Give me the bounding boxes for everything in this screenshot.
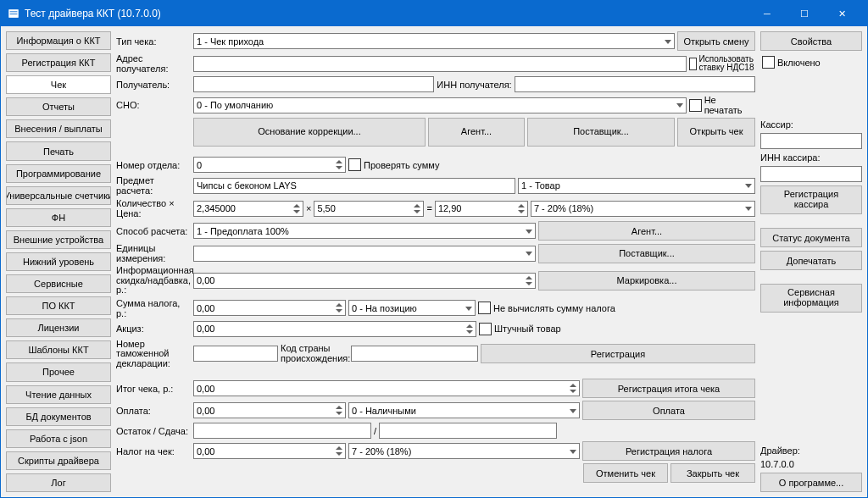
recipient-addr-label: Адрес получателя: — [116, 53, 191, 74]
origin-code-input[interactable] — [351, 346, 478, 362]
units-label: Единицы измерения: — [116, 243, 191, 263]
registration-button[interactable]: Регистрация — [481, 344, 755, 363]
sidebar-item-20[interactable]: Лог — [6, 473, 111, 492]
open-shift-button[interactable]: Открыть смену — [677, 31, 755, 51]
sidebar: Информация о ККТРегистрация ККТЧекОтчеты… — [6, 31, 111, 492]
agent-button[interactable]: Агент... — [428, 118, 525, 147]
sidebar-item-9[interactable]: Внешние устройства — [6, 230, 111, 249]
cancel-check-button[interactable]: Отменить чек — [583, 463, 668, 483]
sidebar-item-14[interactable]: Шаблоны ККТ — [6, 340, 111, 359]
cashier-inn-input[interactable] — [760, 166, 862, 182]
sno-select[interactable]: 0 - По умолчанию — [193, 97, 687, 113]
service-info-button[interactable]: Сервисная информация — [760, 284, 862, 313]
check-sum-checkbox[interactable] — [348, 158, 361, 171]
sidebar-item-19[interactable]: Скрипты драйвера — [6, 451, 111, 470]
sidebar-item-6[interactable]: Программирование — [6, 164, 111, 183]
equals-sign: = — [426, 203, 431, 213]
piece-good-checkbox[interactable] — [479, 323, 492, 335]
print-more-button[interactable]: Допечатать — [760, 251, 862, 270]
check-sum-label: Проверять сумму — [364, 160, 439, 170]
sidebar-item-17[interactable]: БД документов — [6, 407, 111, 426]
sidebar-item-5[interactable]: Печать — [6, 141, 111, 160]
tax-sum-mode-select[interactable]: 0 - На позицию — [348, 300, 476, 316]
close-button[interactable]: ✕ — [823, 1, 860, 26]
tax-on-check-spin[interactable]: 0,00 — [193, 443, 346, 459]
cashier-inn-label: ИНН кассира: — [760, 152, 862, 163]
enabled-label: Включено — [777, 58, 821, 68]
driver-label: Драйвер: — [760, 445, 862, 456]
excise-label: Акциз: — [116, 324, 191, 334]
minimize-button[interactable]: ─ — [748, 1, 786, 26]
units-select[interactable] — [193, 246, 536, 262]
sidebar-item-12[interactable]: ПО ККТ — [6, 296, 111, 315]
pay-method-select[interactable]: 1 - Предоплата 100% — [193, 223, 536, 239]
sidebar-item-10[interactable]: Нижний уровень — [6, 252, 111, 271]
sidebar-item-13[interactable]: Лицензии — [6, 318, 111, 337]
total-spin[interactable]: 12,90 — [435, 201, 528, 217]
about-button[interactable]: О программе... — [760, 473, 862, 492]
marking-button[interactable]: Маркировка... — [538, 271, 755, 290]
supplier-button[interactable]: Поставщик... — [527, 118, 675, 147]
reg-tax-button[interactable]: Регистрация налога — [582, 441, 755, 461]
subject-type-select[interactable]: 1 - Товар — [518, 178, 755, 194]
remainder-left-input[interactable] — [193, 423, 371, 439]
right-panel: Свойства Включено Кассир: ИНН кассира: Р… — [760, 31, 862, 492]
open-check-button[interactable]: Открыть чек — [677, 118, 755, 147]
pay-method-label: Способ расчета: — [116, 226, 191, 236]
no-calc-tax-checkbox[interactable] — [478, 302, 491, 314]
payment-button[interactable]: Оплата — [582, 401, 755, 420]
reg-check-total-button[interactable]: Регистрация итога чека — [582, 379, 755, 398]
sidebar-item-11[interactable]: Сервисные — [6, 274, 111, 293]
info-discount-spin[interactable]: 0,00 — [193, 273, 536, 289]
inn-recipient-input[interactable] — [515, 76, 755, 92]
close-check-button[interactable]: Закрыть чек — [670, 463, 755, 483]
sidebar-item-2[interactable]: Чек — [6, 75, 111, 94]
payment-type-select[interactable]: 0 - Наличными — [348, 402, 580, 418]
enabled-checkbox[interactable] — [762, 56, 775, 69]
customs-no-label: Номер таможенной декларации: — [116, 340, 191, 369]
excise-spin[interactable]: 0,00 — [193, 321, 476, 337]
sidebar-item-4[interactable]: Внесения / выплаты — [6, 119, 111, 138]
doc-status-button[interactable]: Статус документа — [760, 228, 862, 247]
maximize-button[interactable]: ☐ — [786, 1, 823, 26]
svg-rect-1 — [10, 11, 18, 12]
sidebar-item-1[interactable]: Регистрация ККТ — [6, 53, 111, 72]
qty-spin[interactable]: 2,345000 — [193, 201, 303, 217]
sidebar-item-15[interactable]: Прочее — [6, 362, 111, 381]
check-type-select[interactable]: 1 - Чек прихода — [193, 33, 675, 49]
price-spin[interactable]: 5,50 — [314, 201, 424, 217]
recipient-addr-input[interactable] — [193, 56, 687, 72]
origin-code-label: Код страны происхождения: — [281, 344, 348, 363]
qty-price-label: Количество × Цена: — [116, 198, 191, 219]
agent2-button[interactable]: Агент... — [538, 221, 755, 241]
recipient-input[interactable] — [193, 76, 434, 92]
tax-sum-label: Сумма налога, р.: — [116, 298, 191, 318]
dept-no-spin[interactable]: 0 — [193, 157, 346, 173]
payment-amount-spin[interactable]: 0,00 — [193, 402, 346, 418]
remainder-right-input[interactable] — [379, 423, 557, 439]
correction-basis-button[interactable]: Основание коррекции... — [193, 118, 426, 147]
subject-input[interactable] — [193, 178, 515, 194]
vat-rate-select[interactable]: 7 - 20% (18%) — [531, 201, 755, 217]
tax-sum-spin[interactable]: 0,00 — [193, 300, 346, 316]
customs-no-input[interactable] — [193, 346, 278, 362]
info-discount-label: Информационная скидка/надбавка, р.: — [116, 266, 191, 296]
sidebar-item-16[interactable]: Чтение данных — [6, 385, 111, 404]
sno-label: СНО: — [116, 100, 191, 110]
check-total-spin[interactable]: 0,00 — [193, 380, 580, 396]
sidebar-item-3[interactable]: Отчеты — [6, 97, 111, 116]
use-vat18-checkbox[interactable] — [689, 58, 697, 70]
properties-button[interactable]: Свойства — [760, 31, 862, 51]
cashier-input[interactable] — [760, 133, 862, 149]
sidebar-item-18[interactable]: Работа с json — [6, 429, 111, 448]
sidebar-item-8[interactable]: ФН — [6, 208, 111, 227]
payment-label: Оплата: — [116, 406, 191, 416]
cashier-reg-button[interactable]: Регистрация кассира — [760, 185, 862, 214]
sidebar-item-0[interactable]: Информация о ККТ — [6, 31, 111, 50]
sidebar-item-7[interactable]: Универсальные счетчики — [6, 186, 111, 205]
tax-on-check-rate-select[interactable]: 7 - 20% (18%) — [348, 443, 580, 459]
cashier-label: Кассир: — [760, 119, 862, 130]
dont-print-checkbox[interactable] — [689, 99, 702, 112]
supplier2-button[interactable]: Поставщик... — [538, 244, 755, 263]
remainder-label: Остаток / Сдача: — [116, 426, 191, 436]
